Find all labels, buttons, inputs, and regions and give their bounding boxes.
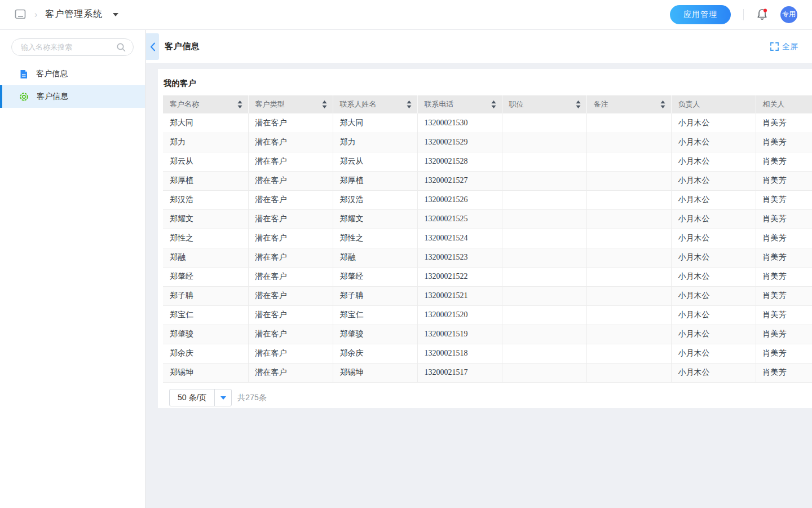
cell-related: 肖美芳 (756, 133, 812, 152)
column-header[interactable]: 职位 (502, 95, 586, 113)
search-input[interactable] (21, 43, 117, 51)
cell-customer-type: 潜在客户 (248, 190, 333, 209)
select-arrow[interactable] (214, 389, 231, 406)
cell-note (586, 209, 671, 229)
cell-contact-name: 郑性之 (333, 229, 417, 248)
fullscreen-icon (770, 42, 779, 51)
sort-icon[interactable] (660, 100, 665, 108)
cell-contact-name: 郑宝仁 (333, 305, 417, 325)
column-header[interactable]: 负责人 (671, 95, 756, 113)
column-label: 客户名称 (170, 100, 199, 108)
caret-down-icon[interactable] (113, 13, 118, 16)
table-row[interactable]: 郑厚植 潜在客户 郑厚植 13200021527 小月木公 肖美芳 (163, 171, 812, 190)
pagination: 50 条/页 共275条 / 6 (163, 389, 812, 407)
sort-icon[interactable] (576, 100, 581, 108)
column-header[interactable]: 联系电话 (417, 95, 502, 113)
back-button[interactable] (146, 33, 159, 60)
sidebar-search (11, 38, 134, 56)
cell-position (502, 305, 586, 325)
cell-related: 肖美芳 (756, 152, 812, 171)
page-size-label: 50 条/页 (170, 393, 214, 403)
column-label: 联系人姓名 (340, 100, 377, 108)
column-header[interactable]: 联系人姓名 (333, 95, 417, 113)
notification-bell-icon[interactable] (756, 8, 768, 21)
caret-down-icon (220, 396, 226, 400)
column-label: 相关人 (763, 100, 785, 108)
table-row[interactable]: 郑融 潜在客户 郑融 13200021523 小月木公 肖美芳 (163, 248, 812, 267)
table-row[interactable]: 郑性之 潜在客户 郑性之 13200021524 小月木公 肖美芳 (163, 229, 812, 248)
cell-phone: 13200021526 (417, 190, 502, 209)
fullscreen-button[interactable]: 全屏 (770, 42, 798, 52)
monitor-icon[interactable] (15, 9, 27, 20)
table-row[interactable]: 郑汉浩 潜在客户 郑汉浩 13200021526 小月木公 肖美芳 (163, 190, 812, 209)
column-header[interactable]: 备注 (586, 95, 671, 113)
cell-related: 肖美芳 (756, 305, 812, 325)
table-row[interactable]: 郑余庆 潜在客户 郑余庆 13200021518 小月木公 肖美芳 (163, 344, 812, 363)
cell-owner: 小月木公 (671, 267, 756, 286)
sidebar-item-label: 客户信息 (37, 91, 68, 102)
cell-position (502, 248, 586, 267)
cell-related: 肖美芳 (756, 190, 812, 209)
sort-icon[interactable] (237, 100, 242, 108)
cell-note (586, 248, 671, 267)
sidebar-item-customer-info-selected[interactable]: 客户信息 (0, 85, 145, 108)
cell-position (502, 344, 586, 363)
table-row[interactable]: 郑大同 潜在客户 郑大同 13200021530 小月木公 肖美芳 (163, 113, 812, 133)
topbar: › 客户管理系统 应用管理 专用 (0, 0, 812, 29)
table-row[interactable]: 郑云从 潜在客户 郑云从 13200021528 小月木公 肖美芳 (163, 152, 812, 171)
cell-customer-name: 郑锡坤 (163, 363, 248, 382)
card-title: 我的客户 (164, 78, 812, 89)
cell-phone: 13200021530 (417, 113, 502, 133)
table-row[interactable]: 郑力 潜在客户 郑力 13200021529 小月木公 肖美芳 (163, 133, 812, 152)
cell-phone: 13200021528 (417, 152, 502, 171)
chevron-right-icon: › (34, 10, 37, 20)
column-header[interactable]: 客户名称 (163, 95, 248, 113)
cell-customer-type: 潜在客户 (248, 171, 333, 190)
cell-position (502, 267, 586, 286)
cell-position (502, 229, 586, 248)
sidebar-item-customer-info[interactable]: 客户信息 (0, 63, 145, 85)
column-header[interactable]: 客户类型 (248, 95, 333, 113)
cell-customer-type: 潜在客户 (248, 229, 333, 248)
cell-note (586, 190, 671, 209)
cell-customer-type: 潜在客户 (248, 286, 333, 305)
column-label: 客户类型 (255, 100, 285, 108)
cell-position (502, 209, 586, 229)
avatar[interactable]: 专用 (780, 6, 797, 23)
table-row[interactable]: 郑子聃 潜在客户 郑子聃 13200021521 小月木公 肖美芳 (163, 286, 812, 305)
cell-phone: 13200021518 (417, 344, 502, 363)
system-title[interactable]: 客户管理系统 (45, 8, 103, 20)
sort-icon[interactable] (491, 100, 496, 108)
table-row[interactable]: 郑锡坤 潜在客户 郑锡坤 13200021517 小月木公 肖美芳 (163, 363, 812, 382)
table-row[interactable]: 郑肇经 潜在客户 郑肇经 13200021522 小月木公 肖美芳 (163, 267, 812, 286)
cell-contact-name: 郑融 (333, 248, 417, 267)
table-row[interactable]: 郑肇骏 潜在客户 郑肇骏 13200021519 小月木公 肖美芳 (163, 325, 812, 344)
cell-customer-name: 郑厚植 (163, 171, 248, 190)
cell-phone: 13200021527 (417, 171, 502, 190)
cell-customer-name: 郑汉浩 (163, 190, 248, 209)
cell-position (502, 133, 586, 152)
cell-customer-type: 潜在客户 (248, 344, 333, 363)
sort-icon[interactable] (407, 100, 412, 108)
cell-customer-type: 潜在客户 (248, 363, 333, 382)
cell-related: 肖美芳 (756, 171, 812, 190)
table-row[interactable]: 郑宝仁 潜在客户 郑宝仁 13200021520 小月木公 肖美芳 (163, 305, 812, 325)
column-header[interactable]: 相关人 (756, 95, 812, 113)
sort-icon[interactable] (322, 100, 327, 108)
cell-related: 肖美芳 (756, 267, 812, 286)
table-row[interactable]: 郑耀文 潜在客户 郑耀文 13200021525 小月木公 肖美芳 (163, 209, 812, 229)
customer-table: 客户名称 客户类型 联系人姓名 联系电话 职位 备注 负责人 相关人 (163, 95, 812, 383)
cell-note (586, 363, 671, 382)
cell-note (586, 286, 671, 305)
cell-contact-name: 郑耀文 (333, 209, 417, 229)
cell-owner: 小月木公 (671, 229, 756, 248)
cell-related: 肖美芳 (756, 363, 812, 382)
page-size-select[interactable]: 50 条/页 (169, 389, 232, 406)
cell-note (586, 305, 671, 325)
app-manage-button[interactable]: 应用管理 (670, 5, 731, 24)
cell-owner: 小月木公 (671, 171, 756, 190)
cell-phone: 13200021525 (417, 209, 502, 229)
cell-contact-name: 郑肇骏 (333, 325, 417, 344)
search-icon[interactable] (116, 42, 126, 55)
cell-related: 肖美芳 (756, 286, 812, 305)
